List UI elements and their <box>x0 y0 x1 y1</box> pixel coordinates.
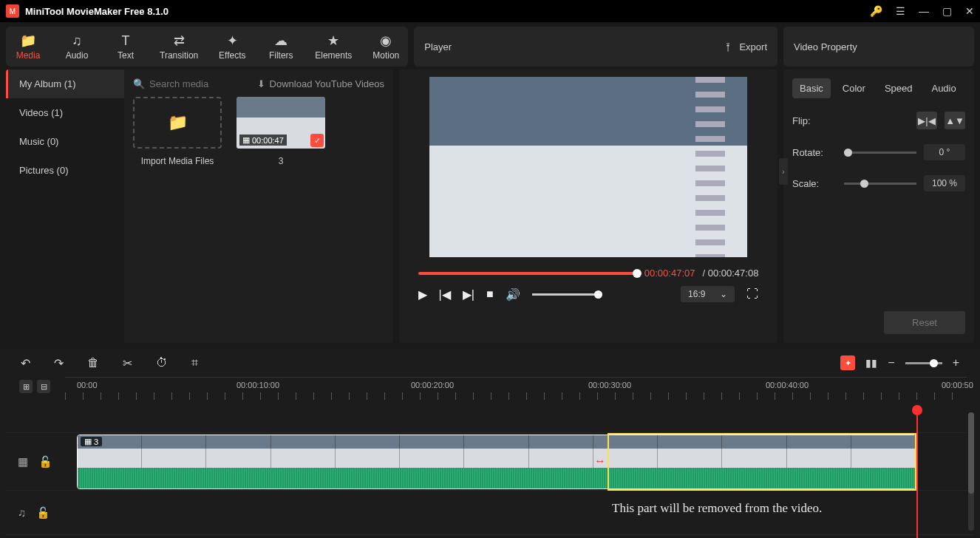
motion-icon: ◉ <box>380 33 392 49</box>
tab-filters[interactable]: ☁Filters <box>266 33 296 61</box>
video-preview[interactable] <box>429 77 747 257</box>
export-icon: ⭱ <box>724 41 733 52</box>
tab-transition[interactable]: ⇄Transition <box>160 33 198 61</box>
ruler-tick: 00:00:40:00 <box>766 381 809 389</box>
reset-button[interactable]: Reset <box>884 311 965 334</box>
volume-slider[interactable] <box>532 293 599 296</box>
speed-button[interactable]: ⏱ <box>156 356 168 370</box>
proptab-speed[interactable]: Speed <box>877 78 920 98</box>
snap-button[interactable]: ▮▮ <box>865 357 877 369</box>
flip-horizontal-button[interactable]: ▶|◀ <box>916 112 937 129</box>
close-button[interactable]: ✕ <box>965 5 974 17</box>
progress-bar[interactable] <box>418 272 637 275</box>
volume-icon[interactable]: 🔊 <box>506 287 520 302</box>
download-youtube-link[interactable]: ⬇ Download YouTube Videos <box>257 78 384 89</box>
zoom-in-button[interactable]: + <box>953 356 959 370</box>
aspect-ratio-select[interactable]: 16:9⌄ <box>681 286 735 302</box>
play-button[interactable]: ▶ <box>418 287 427 302</box>
minimize-button[interactable]: — <box>919 5 929 17</box>
add-track-button[interactable]: ⊞ <box>19 380 33 393</box>
player-header: Player ⭱ Export <box>414 27 777 67</box>
main-toolbar: 📁Media ♫Audio TText ⇄Transition ✦Effects… <box>6 27 408 67</box>
split-cursor-icon[interactable]: ↔ <box>593 454 608 469</box>
tab-text[interactable]: TText <box>111 33 140 61</box>
search-icon: 🔍 <box>133 78 145 89</box>
player-title: Player <box>424 41 452 52</box>
import-media-button[interactable]: 📁 <box>133 97 222 149</box>
cloud-icon: ☁ <box>274 33 287 49</box>
ruler-tick: 00:00:20:00 <box>411 381 454 389</box>
tab-audio[interactable]: ♫Audio <box>62 33 92 61</box>
property-title: Video Property <box>794 41 857 52</box>
proptab-audio[interactable]: Audio <box>924 78 963 98</box>
scale-slider[interactable] <box>844 183 916 185</box>
sidebar-item-myalbum[interactable]: My Album (1) <box>6 69 124 98</box>
auto-fit-button[interactable]: ✦ <box>840 355 855 370</box>
key-icon[interactable]: 🔑 <box>870 5 882 17</box>
tab-media[interactable]: 📁Media <box>13 33 43 61</box>
time-current: 00:00:47:07 <box>644 268 695 279</box>
audio-track[interactable]: ♫🔓 This part will be removed from the vi… <box>6 491 974 535</box>
audio-track-icon: ♫ <box>18 506 26 519</box>
property-panel: › Basic Color Speed Audio Flip: ▶|◀ ▲▼ R… <box>783 69 974 343</box>
player-progress[interactable]: 00:00:47:07 / 00:00:47:08 <box>418 268 759 279</box>
scale-value[interactable]: 100 % <box>924 175 965 191</box>
transition-icon: ⇄ <box>174 33 185 49</box>
sparkle-icon: ✦ <box>227 33 238 49</box>
app-title: MiniTool MovieMaker Free 8.1.0 <box>25 6 870 17</box>
timeline-scrollbar[interactable] <box>968 412 974 531</box>
timeline-clip[interactable]: ▦3 <box>77 435 916 489</box>
clip-waveform <box>78 468 916 489</box>
proptab-basic[interactable]: Basic <box>792 78 831 98</box>
text-icon: T <box>122 33 130 49</box>
lock-icon[interactable]: 🔓 <box>38 455 52 469</box>
thumbnail-duration: ▦00:00:47 <box>239 134 287 146</box>
media-thumbnail[interactable]: ▦00:00:47 ✓ <box>237 97 325 149</box>
ruler-tick: 00:00:10:00 <box>237 381 279 389</box>
stop-button[interactable]: ■ <box>486 287 494 301</box>
flip-vertical-button[interactable]: ▲▼ <box>945 112 965 129</box>
rotate-label: Rotate: <box>792 147 837 158</box>
proptab-color[interactable]: Color <box>835 78 873 98</box>
lock-icon[interactable]: 🔓 <box>36 506 50 520</box>
panel-toggle[interactable]: › <box>779 158 788 185</box>
media-panel: My Album (1) Videos (1) Music (0) Pictur… <box>6 69 393 343</box>
crop-button[interactable]: ⌗ <box>191 356 198 370</box>
export-button[interactable]: ⭱ Export <box>724 41 767 52</box>
annotation-text: This part will be removed from the video… <box>612 501 822 516</box>
zoom-slider[interactable] <box>905 362 942 364</box>
remove-track-button[interactable]: ⊟ <box>37 380 50 393</box>
sidebar-item-pictures[interactable]: Pictures (0) <box>6 156 124 185</box>
tab-elements[interactable]: ★Elements <box>315 33 352 61</box>
thumbnail-check-icon: ✓ <box>310 134 324 147</box>
menu-icon[interactable]: ☰ <box>896 5 905 17</box>
timeline-ruler[interactable]: 00:00 00:00:10:00 00:00:20:00 00:00:30:0… <box>65 377 967 404</box>
sidebar-item-videos[interactable]: Videos (1) <box>6 98 124 127</box>
rotate-value[interactable]: 0 ° <box>924 144 965 160</box>
fullscreen-button[interactable]: ⛶ <box>746 287 758 301</box>
tab-motion[interactable]: ◉Motion <box>371 33 401 61</box>
star-icon: ★ <box>327 33 339 49</box>
video-track-icon: ▦ <box>18 455 28 469</box>
chevron-down-icon: ⌄ <box>720 289 727 299</box>
video-track[interactable]: ▦🔓 ▦3 ↔ <box>6 433 974 491</box>
split-button[interactable]: ✂ <box>123 356 132 370</box>
search-input[interactable] <box>149 78 238 89</box>
zoom-out-button[interactable]: − <box>888 356 894 370</box>
ruler-tick: 00:00:30:00 <box>588 381 631 389</box>
flip-label: Flip: <box>792 115 837 126</box>
tab-effects[interactable]: ✦Effects <box>217 33 247 61</box>
delete-button[interactable]: 🗑 <box>87 356 99 370</box>
undo-button[interactable]: ↶ <box>21 356 30 370</box>
rotate-slider[interactable] <box>844 151 916 154</box>
prev-frame-button[interactable]: |◀ <box>439 287 451 302</box>
scale-label: Scale: <box>792 178 837 189</box>
redo-button[interactable]: ↷ <box>54 356 64 370</box>
next-frame-button[interactable]: ▶| <box>463 287 474 302</box>
maximize-button[interactable]: ▢ <box>942 5 952 17</box>
ruler-tick: 00:00 <box>77 381 98 389</box>
media-sidebar: My Album (1) Videos (1) Music (0) Pictur… <box>6 69 124 343</box>
film-icon: ▦ <box>242 135 250 145</box>
sidebar-item-music[interactable]: Music (0) <box>6 127 124 156</box>
thumbnail-name: 3 <box>237 156 325 166</box>
